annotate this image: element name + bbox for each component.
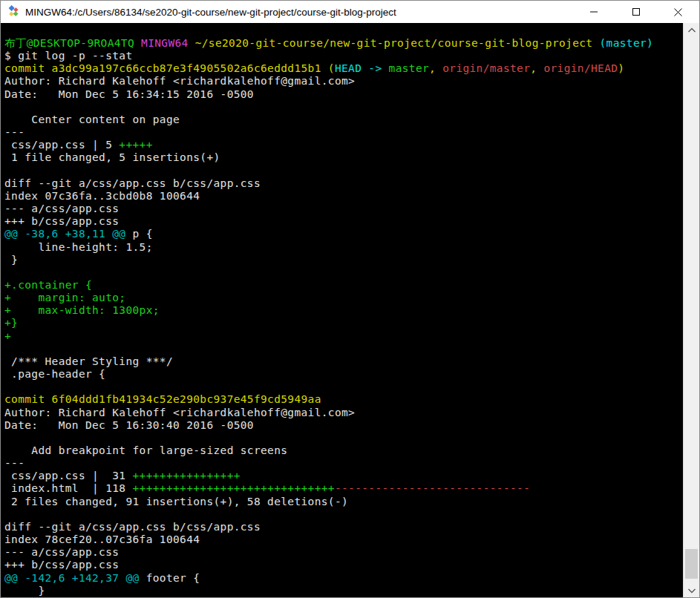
terminal-line: index 07c36fa..3cbd0b8 100644 [4,190,699,203]
terminal-line: commit 6f04ddd1fb41934c52e290bc937e45f9c… [4,393,699,406]
terminal-line: css/app.css | 5 +++++ [4,139,699,151]
terminal-window: MINGW64:/c/Users/86134/se2020-git-course… [0,0,700,598]
terminal-line: css/app.css | 31 ++++++++++++++++ [4,470,699,482]
minimize-button[interactable] [572,1,615,23]
terminal-line: @@ -142,6 +142,37 @@ footer { [4,572,699,585]
terminal-line [4,165,699,177]
terminal-output[interactable]: 布丁@DESKTOP-9ROA4TQ MINGW64 ~/se2020-git-… [1,23,699,597]
terminal-line: Add breakpoint for large-sized screens [4,444,699,457]
terminal-line: --- [4,126,699,139]
title-bar[interactable]: MINGW64:/c/Users/86134/se2020-git-course… [1,1,699,23]
close-icon [673,7,683,17]
maximize-button[interactable] [615,1,657,23]
terminal-line [4,343,699,355]
terminal-line: +.container { [4,279,699,292]
scroll-down-button[interactable] [684,584,699,597]
terminal-line: Author: Richard Kalehoff <richardkalehof… [4,407,699,419]
scroll-up-button[interactable] [684,24,699,36]
scrollbar-thumb[interactable] [685,549,698,579]
terminal-line: 1 file changed, 5 insertions(+) [4,151,699,164]
terminal-line: .page-header { [4,368,699,381]
terminal-line [4,508,699,521]
terminal-line: --- a/css/app.css [4,203,699,215]
terminal-line [4,432,699,444]
terminal-line: Date: Mon Dec 5 16:30:40 2016 -0500 [4,419,699,432]
terminal-line: + max-width: 1300px; [4,304,699,317]
terminal-line: +} [4,317,699,329]
terminal-line: diff --git a/css/app.css b/css/app.css [4,521,699,533]
terminal-line: $ git log -p --stat [4,50,699,62]
terminal-line: /*** Header Styling ***/ [4,355,699,368]
terminal-line: index 78cef20..07c36fa 100644 [4,533,699,546]
terminal-line: } [4,254,699,266]
terminal-line: + [4,330,699,343]
terminal-line: + margin: auto; [4,292,699,304]
terminal-line: +++ b/css/app.css [4,215,699,228]
vertical-scrollbar[interactable] [683,23,699,597]
terminal-line: } [4,585,699,597]
terminal-line: 2 files changed, 91 insertions(+), 58 de… [4,496,699,508]
terminal-line [4,381,699,393]
terminal-line: +++ b/css/app.css [4,559,699,571]
terminal-line: line-height: 1.5; [4,241,699,254]
maximize-icon [632,7,641,16]
msys2-diamonds-icon[interactable] [7,5,20,19]
chevron-up-icon [687,27,696,33]
terminal-line: @@ -38,6 +38,11 @@ p { [4,228,699,240]
terminal-line: Date: Mon Dec 5 16:34:15 2016 -0500 [4,88,699,101]
terminal-line: 布丁@DESKTOP-9ROA4TQ MINGW64 ~/se2020-git-… [4,37,699,50]
terminal-line: diff --git a/css/app.css b/css/app.css [4,177,699,190]
window-title: MINGW64:/c/Users/86134/se2020-git-course… [25,7,572,18]
terminal-line: --- [4,457,699,470]
terminal-line: Author: Richard Kalehoff <richardkalehof… [4,75,699,88]
terminal-line [4,101,699,114]
terminal-line: --- a/css/app.css [4,546,699,559]
terminal-line: commit a3dc99a197c66ccb87e3f4905502a6c6e… [4,62,699,75]
terminal-line: index.html | 118 +++++++++++++++++++++++… [4,482,699,495]
chevron-down-icon [687,588,696,594]
minimize-icon [589,7,598,16]
terminal-line [4,266,699,279]
terminal-line: Center content on page [4,114,699,126]
close-button[interactable] [657,1,699,23]
